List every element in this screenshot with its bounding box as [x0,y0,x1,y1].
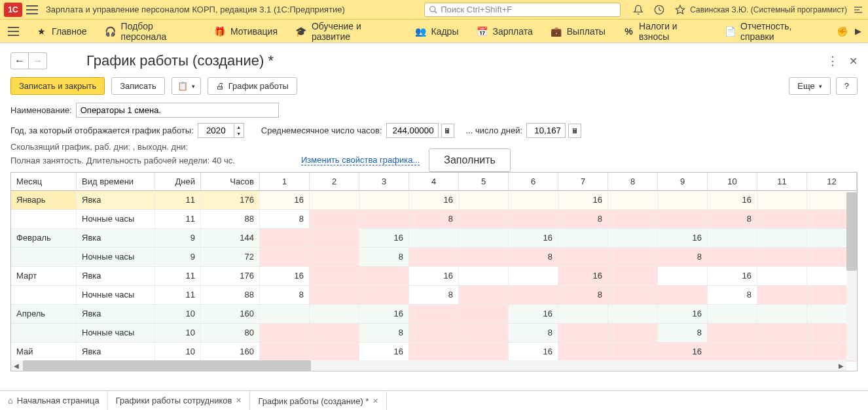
table-cell[interactable]: 8 [708,286,757,305]
table-cell[interactable] [509,191,558,210]
table-cell[interactable] [658,191,708,210]
calculator-icon[interactable]: 🖩 [568,124,581,138]
table-cell[interactable] [608,191,658,210]
table-cell[interactable]: 8 [359,324,409,343]
table-cell[interactable] [459,343,509,362]
table-cell[interactable]: 16 [658,229,708,248]
table-cell[interactable]: 160 [201,343,260,362]
table-cell[interactable]: 72 [201,248,260,267]
table-cell[interactable] [757,305,807,324]
table-cell[interactable]: 9 [155,229,201,248]
tab-current[interactable]: График работы (создание) * ✕ [250,391,387,411]
year-up[interactable]: ▲ [234,124,244,131]
table-cell[interactable]: 8 [708,210,757,229]
table-cell[interactable] [11,286,77,305]
table-cell[interactable]: 8 [558,286,608,305]
table-cell[interactable] [558,343,608,362]
table-cell[interactable] [409,343,459,362]
table-cell[interactable] [509,286,558,305]
menu-taxes[interactable]: %Налоги и взносы [615,20,715,43]
table-cell[interactable] [459,248,509,267]
table-cell[interactable] [658,210,708,229]
table-cell[interactable] [608,229,658,248]
scroll-right-arrow[interactable]: ▶ [836,360,846,371]
table-cell[interactable]: Часов [201,173,260,191]
table-cell[interactable] [459,286,509,305]
table-cell[interactable] [757,191,807,210]
days-input[interactable] [526,123,566,138]
table-cell[interactable] [658,286,708,305]
table-cell[interactable] [757,229,807,248]
table-cell[interactable]: 8 [558,210,608,229]
table-cell[interactable] [310,286,359,305]
tab-close-icon[interactable]: ✕ [236,396,242,405]
table-cell[interactable] [409,324,459,343]
table-cell[interactable] [459,210,509,229]
table-cell[interactable]: Месяц [11,173,77,191]
table-cell[interactable]: Ночные часы [77,210,155,229]
table-cell[interactable] [260,343,310,362]
table-cell[interactable] [459,324,509,343]
table-cell[interactable]: 16 [409,267,459,286]
table-cell[interactable]: 80 [201,324,260,343]
table-cell[interactable]: 16 [509,305,558,324]
table-cell[interactable]: 16 [708,191,757,210]
scrollbar-thumb[interactable] [846,192,857,271]
table-cell[interactable] [708,229,757,248]
nav-forward-button[interactable]: → [29,52,47,69]
table-cell[interactable]: 10 [155,305,201,324]
table-cell[interactable]: 11 [155,267,201,286]
table-cell[interactable] [310,305,359,324]
table-cell[interactable] [459,229,509,248]
table-cell[interactable]: Ночные часы [77,286,155,305]
table-cell[interactable] [658,267,708,286]
table-cell[interactable]: 8 [658,248,708,267]
table-cell[interactable]: Апрель [11,305,77,324]
table-cell[interactable] [608,210,658,229]
horizontal-scrollbar[interactable]: ◀ ▶ [11,360,846,371]
table-cell[interactable] [260,229,310,248]
table-cell[interactable]: 1 [260,173,310,191]
table-cell[interactable]: 11 [155,191,201,210]
copy-dropdown-button[interactable]: 📋▾ [172,77,201,95]
table-cell[interactable] [310,248,359,267]
menu-hr[interactable]: 👥Кадры [407,20,468,43]
table-cell[interactable] [459,267,509,286]
table-cell[interactable]: 9 [155,248,201,267]
table-cell[interactable]: 11 [757,173,807,191]
table-cell[interactable]: 176 [201,191,260,210]
table-cell[interactable] [459,191,509,210]
table-cell[interactable] [359,191,409,210]
table-cell[interactable] [608,343,658,362]
table-cell[interactable]: Вид времени [77,173,155,191]
table-cell[interactable]: 16 [260,191,310,210]
table-cell[interactable] [608,248,658,267]
table-cell[interactable] [260,324,310,343]
table-cell[interactable]: 8 [260,286,310,305]
table-cell[interactable]: 7 [558,173,608,191]
table-cell[interactable] [558,229,608,248]
table-cell[interactable] [310,267,359,286]
menu-motivation[interactable]: 🎁Мотивация [206,20,287,43]
menu-salary[interactable]: 📅Зарплата [467,20,541,43]
table-cell[interactable]: 16 [359,229,409,248]
table-cell[interactable]: Ночные часы [77,324,155,343]
table-cell[interactable]: 3 [359,173,409,191]
table-cell[interactable] [608,324,658,343]
table-cell[interactable]: 16 [409,191,459,210]
table-cell[interactable] [310,343,359,362]
tab-schedules[interactable]: Графики работы сотрудников ✕ [108,391,251,411]
table-cell[interactable] [409,305,459,324]
sections-menu-icon[interactable] [8,27,19,36]
table-cell[interactable] [708,343,757,362]
table-cell[interactable] [11,324,77,343]
scroll-left-arrow[interactable]: ◀ [11,360,22,371]
table-cell[interactable] [409,248,459,267]
tab-home[interactable]: ⌂ Начальная страница [0,391,108,411]
table-cell[interactable]: 10 [708,173,757,191]
table-cell[interactable]: 10 [155,324,201,343]
fill-button[interactable]: Заполнить [429,148,511,172]
table-cell[interactable]: 2 [310,173,359,191]
table-cell[interactable] [359,210,409,229]
table-cell[interactable]: 11 [155,210,201,229]
